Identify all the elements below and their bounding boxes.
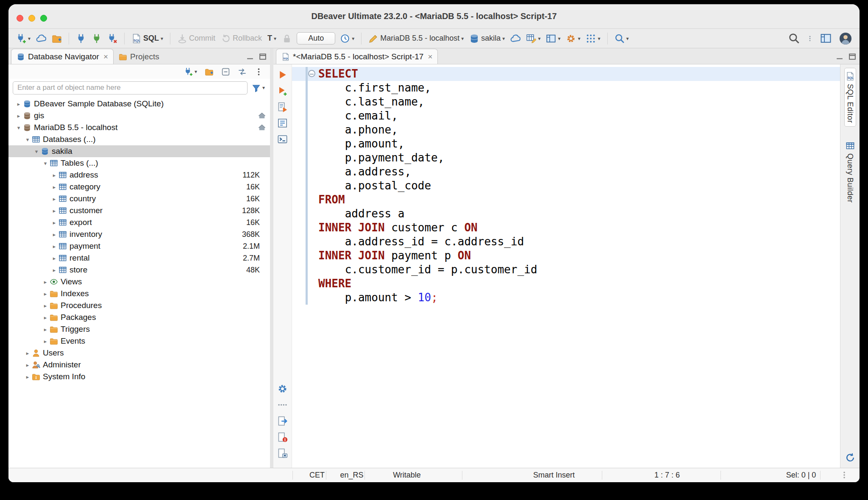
- execute-statement-button[interactable]: [276, 69, 289, 81]
- code-line[interactable]: a.postal_code: [292, 179, 840, 193]
- perspective-button[interactable]: [819, 32, 832, 45]
- chevron-icon[interactable]: ▸: [42, 338, 49, 344]
- nav-view-menu-button[interactable]: [253, 67, 264, 77]
- explain-plan-button[interactable]: [276, 117, 289, 129]
- execute-script-button[interactable]: [276, 101, 289, 113]
- tree-row[interactable]: ▸ store 48K: [8, 264, 270, 276]
- chevron-icon[interactable]: ▸: [24, 362, 31, 368]
- tree-row[interactable]: ▸ payment 2.1M: [8, 240, 270, 252]
- cloud-explorer-button[interactable]: [509, 33, 521, 44]
- tree-row[interactable]: ▸ Views: [8, 276, 270, 288]
- strip-overflow-button[interactable]: [276, 399, 289, 411]
- tree-row[interactable]: ▸ Users: [8, 347, 270, 359]
- global-search-button[interactable]: [787, 32, 801, 45]
- tree-row[interactable]: ▸ address 112K: [8, 169, 270, 181]
- tree-row[interactable]: ▸ gis: [8, 110, 270, 122]
- code-line[interactable]: p.payment_date,: [292, 151, 840, 165]
- tree-row[interactable]: ▸ Administer: [8, 359, 270, 371]
- chevron-icon[interactable]: ▸: [42, 279, 49, 285]
- chevron-icon[interactable]: ▸: [51, 196, 58, 202]
- panel-sash[interactable]: [270, 48, 273, 468]
- export-result-button[interactable]: [276, 415, 289, 427]
- code-line[interactable]: FROM: [292, 193, 840, 207]
- chevron-icon[interactable]: ▾: [33, 148, 40, 155]
- chevron-icon[interactable]: ▸: [51, 231, 58, 238]
- zoom-window-button[interactable]: [40, 15, 47, 22]
- code-line[interactable]: address a: [292, 207, 840, 221]
- connect-button[interactable]: [75, 33, 87, 44]
- new-sql-editor-button[interactable]: SQL▾: [131, 33, 164, 44]
- tab-projects[interactable]: Projects: [114, 50, 164, 64]
- active-database-combo[interactable]: sakila▾: [468, 33, 506, 44]
- save-file-button[interactable]: [276, 431, 289, 443]
- sql-templates-button[interactable]: ▾: [525, 33, 541, 44]
- code-line[interactable]: INNER JOIN payment p ON: [292, 249, 840, 263]
- database-search-button[interactable]: ▾: [614, 33, 630, 44]
- sql-code-editor[interactable]: SELECT c.first_name, c.last_name, c.emai…: [292, 64, 840, 468]
- minimize-view-icon[interactable]: [245, 52, 255, 61]
- new-connection-button[interactable]: ▾: [15, 33, 31, 44]
- chevron-icon[interactable]: ▸: [42, 326, 49, 333]
- nav-collapse-all-button[interactable]: [220, 67, 231, 77]
- code-line[interactable]: p.amount,: [292, 137, 840, 151]
- tab-sql-editor[interactable]: SQL Editor: [844, 68, 856, 127]
- tree-row[interactable]: ▸ DBeaver Sample Database (SQLite): [8, 98, 270, 110]
- chevron-icon[interactable]: ▸: [15, 113, 22, 119]
- chevron-icon[interactable]: ▸: [15, 101, 22, 107]
- tree-row[interactable]: ▸ System Info: [8, 371, 270, 383]
- panel-layout-button[interactable]: ▾: [545, 33, 561, 44]
- tree-row[interactable]: ▸ category 16K: [8, 181, 270, 193]
- tree-row[interactable]: ▸ rental 2.7M: [8, 252, 270, 264]
- nav-link-editor-button[interactable]: [237, 67, 248, 77]
- rollback-button[interactable]: Rollback: [220, 33, 263, 44]
- minimize-window-button[interactable]: [28, 15, 35, 22]
- tree-row[interactable]: ▾ Tables (...): [8, 157, 270, 169]
- status-overflow-icon[interactable]: [840, 471, 849, 479]
- tree-row[interactable]: ▸ Procedures: [8, 300, 270, 311]
- active-connection-combo[interactable]: MariaDB 5.5 - localhost▾: [367, 33, 465, 44]
- code-line[interactable]: c.first_name,: [292, 81, 840, 95]
- tree-row[interactable]: ▸ country 16K: [8, 193, 270, 205]
- code-line[interactable]: a.address_id = c.address_id: [292, 235, 840, 249]
- output-toggle-button[interactable]: [276, 447, 289, 459]
- connection-folder-button[interactable]: [51, 33, 63, 44]
- object-filter-input[interactable]: [13, 81, 248, 94]
- close-tab-icon[interactable]: ×: [428, 52, 432, 61]
- code-line[interactable]: INNER JOIN customer c ON: [292, 221, 840, 235]
- tree-row[interactable]: ▾ MariaDB 5.5 - localhost: [8, 122, 270, 133]
- chevron-icon[interactable]: ▸: [51, 208, 58, 214]
- chevron-icon[interactable]: ▸: [51, 184, 58, 190]
- code-line[interactable]: c.email,: [292, 109, 840, 123]
- tasks-button[interactable]: ▾: [585, 33, 601, 44]
- fold-collapse-icon[interactable]: [308, 70, 315, 77]
- tree-row[interactable]: ▸ Packages: [8, 311, 270, 323]
- run-configuration-button[interactable]: ▾: [565, 33, 581, 44]
- tab-script-17[interactable]: *<MariaDB 5.5 - localhost> Script-17 ×: [276, 49, 438, 64]
- chevron-icon[interactable]: ▸: [24, 374, 31, 380]
- commit-button[interactable]: Commit: [176, 33, 216, 44]
- nav-new-folder-button[interactable]: [204, 67, 214, 77]
- chevron-icon[interactable]: ▸: [42, 291, 49, 297]
- chevron-icon[interactable]: ▸: [51, 172, 58, 178]
- chevron-icon[interactable]: ▸: [42, 303, 49, 309]
- tree-row[interactable]: ▸ customer 128K: [8, 205, 270, 217]
- chevron-icon[interactable]: ▾: [42, 160, 49, 167]
- chevron-icon[interactable]: ▸: [24, 350, 31, 356]
- disconnect-button[interactable]: [106, 33, 118, 44]
- chevron-icon[interactable]: ▸: [51, 219, 58, 226]
- refresh-icon[interactable]: [845, 453, 855, 463]
- query-history-button[interactable]: ▾: [339, 33, 355, 44]
- tree-row[interactable]: ▾ Databases (...): [8, 133, 270, 145]
- maximize-editor-icon[interactable]: [848, 52, 857, 61]
- invalidate-connection-button[interactable]: [91, 33, 103, 44]
- code-line[interactable]: a.phone,: [292, 123, 840, 137]
- code-line[interactable]: c.customer_id = p.customer_id: [292, 263, 840, 277]
- account-avatar-button[interactable]: [838, 31, 853, 46]
- editor-settings-button[interactable]: [276, 383, 289, 395]
- transaction-mode-button[interactable]: T▾: [267, 33, 277, 44]
- chevron-icon[interactable]: ▸: [51, 243, 58, 250]
- code-line[interactable]: SELECT: [292, 67, 840, 81]
- tree-row[interactable]: ▸ Indexes: [8, 288, 270, 300]
- tree-row[interactable]: ▸ Events: [8, 335, 270, 347]
- chevron-icon[interactable]: ▾: [24, 136, 31, 143]
